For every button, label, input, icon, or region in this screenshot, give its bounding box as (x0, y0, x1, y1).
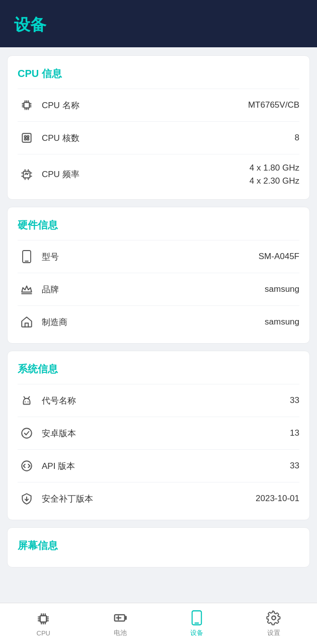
model-value: SM-A045F (259, 250, 299, 263)
system-card: 系统信息 代号名称 33 安卓版本 (7, 351, 310, 520)
svg-line-30 (24, 396, 25, 398)
crown-icon (18, 280, 36, 298)
svg-rect-37 (40, 615, 47, 622)
cpu-name-row: CPU 名称 MT6765V/CB (18, 89, 299, 121)
cpu-card: CPU 信息 CPU 名称 MT6765V/CB (7, 55, 310, 200)
brand-value: samsung (265, 283, 299, 296)
svg-line-31 (28, 396, 29, 398)
svg-point-33 (28, 401, 29, 403)
svg-rect-0 (24, 103, 30, 108)
patch-value: 2023-10-01 (256, 492, 299, 505)
api-ver-row: API 版本 33 (18, 449, 299, 482)
svg-rect-16 (25, 138, 26, 140)
settings-nav-icon (266, 610, 282, 626)
home-icon (18, 313, 36, 331)
cpu-freq-value: 4 x 1.80 GHz 4 x 2.30 GHz (250, 162, 299, 187)
android-ver-value: 13 (290, 427, 299, 440)
screen-card: 屏幕信息 (7, 527, 310, 568)
cpu-section-title: CPU 信息 (18, 67, 299, 80)
patch-label: 安全补丁版本 (42, 493, 256, 505)
svg-rect-13 (22, 133, 31, 142)
svg-rect-14 (25, 136, 26, 137)
api-ver-label: API 版本 (42, 460, 290, 472)
api-ver-value: 33 (290, 459, 299, 472)
main-content: CPU 信息 CPU 名称 MT6765V/CB (0, 47, 317, 644)
brand-row: 品牌 samsung (18, 273, 299, 305)
app-header: 设备 (0, 0, 317, 47)
nav-cpu[interactable]: CPU (26, 611, 61, 637)
bottom-navigation: CPU 电池 设备 设置 (0, 603, 317, 644)
chip-icon (18, 96, 36, 114)
android-ver-row: 安卓版本 13 (18, 417, 299, 449)
nav-device[interactable]: 设备 (179, 610, 214, 637)
svg-point-56 (272, 616, 276, 620)
brand-label: 品牌 (42, 284, 265, 295)
cpu-cores-value: 8 (295, 131, 299, 144)
svg-point-32 (25, 401, 26, 403)
patch-row: 安全补丁版本 2023-10-01 (18, 482, 299, 515)
cpu-cores-label: CPU 核数 (42, 132, 295, 144)
settings-nav-label: 设置 (267, 628, 280, 637)
hardware-section-title: 硬件信息 (18, 218, 299, 232)
cpu-cores-row: CPU 核数 8 (18, 121, 299, 154)
battery-nav-label: 电池 (114, 628, 127, 637)
cpu-nav-icon (35, 611, 51, 627)
codename-value: 33 (290, 394, 299, 407)
cpu-freq-row: CPU 频率 4 x 1.80 GHz 4 x 2.30 GHz (18, 154, 299, 194)
model-row: 型号 SM-A045F (18, 240, 299, 273)
svg-rect-15 (27, 136, 29, 137)
device-nav-label: 设备 (190, 628, 203, 637)
codename-label: 代号名称 (42, 395, 290, 407)
nav-battery[interactable]: 电池 (103, 610, 138, 637)
check-circle-icon (18, 424, 36, 442)
manufacturer-label: 制造商 (42, 316, 265, 328)
chip-small-icon (18, 129, 36, 147)
hardware-card: 硬件信息 型号 SM-A045F 品牌 samsung (7, 207, 310, 344)
cpu-freq-icon (18, 166, 36, 184)
cpu-name-label: CPU 名称 (42, 100, 248, 111)
svg-point-34 (22, 428, 32, 438)
nav-settings[interactable]: 设置 (256, 610, 291, 637)
cpu-nav-label: CPU (37, 629, 50, 637)
manufacturer-value: samsung (265, 315, 299, 329)
svg-rect-17 (27, 138, 29, 140)
system-section-title: 系统信息 (18, 362, 299, 376)
cpu-name-value: MT6765V/CB (248, 99, 299, 112)
android-ver-label: 安卓版本 (42, 428, 290, 439)
codename-row: 代号名称 33 (18, 384, 299, 417)
model-label: 型号 (42, 251, 259, 263)
manufacturer-row: 制造商 samsung (18, 305, 299, 338)
screen-section-title: 屏幕信息 (18, 539, 299, 552)
battery-nav-icon (112, 610, 128, 626)
device-nav-icon (189, 610, 205, 626)
header-title: 设备 (14, 16, 46, 34)
cpu-freq-label: CPU 频率 (42, 169, 250, 180)
code-circle-icon (18, 457, 36, 475)
android-icon (18, 391, 36, 410)
phone-icon (18, 248, 36, 266)
download-shield-icon (18, 490, 36, 508)
